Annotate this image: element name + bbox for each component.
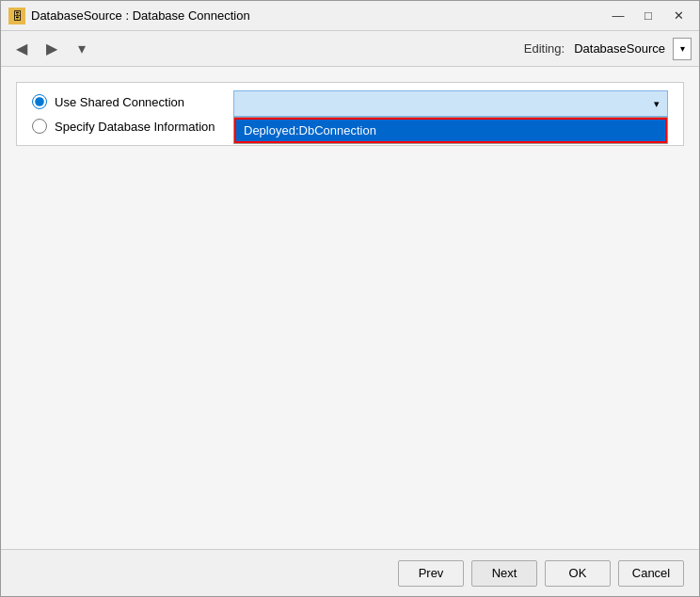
specify-db-label: Specify Database Information bbox=[55, 120, 215, 134]
use-shared-radio[interactable] bbox=[32, 94, 47, 109]
toolbar: ◀ ▶ ▾ Editing: DatabaseSource ▾ bbox=[1, 31, 699, 67]
use-shared-label: Use Shared Connection bbox=[55, 95, 184, 109]
dropdown-chevron-icon: ▾ bbox=[654, 98, 660, 110]
form-panel: Use Shared Connection Specify Database I… bbox=[16, 82, 684, 146]
content-area: Use Shared Connection Specify Database I… bbox=[1, 67, 699, 549]
dropdown-container: ▾ Deployed:DbConnection bbox=[233, 90, 668, 117]
specify-db-radio[interactable] bbox=[32, 119, 47, 134]
forward-dropdown-icon: ▾ bbox=[78, 40, 86, 57]
maximize-button[interactable]: □ bbox=[635, 6, 661, 26]
title-bar: 🗄 DatabaseSource : Database Connection —… bbox=[1, 1, 699, 31]
editing-label: Editing: bbox=[524, 41, 565, 56]
forward-icon: ▶ bbox=[46, 40, 57, 57]
back-icon: ◀ bbox=[16, 40, 27, 57]
next-button[interactable]: Next bbox=[471, 560, 537, 587]
dropdown-option-deployed[interactable]: Deployed:DbConnection bbox=[234, 118, 667, 143]
back-button[interactable]: ◀ bbox=[8, 36, 35, 62]
ok-button[interactable]: OK bbox=[545, 560, 611, 587]
footer: Prev Next OK Cancel bbox=[1, 549, 699, 596]
window-title: DatabaseSource : Database Connection bbox=[31, 8, 605, 23]
editing-value: DatabaseSource bbox=[574, 41, 665, 56]
main-window: 🗄 DatabaseSource : Database Connection —… bbox=[0, 0, 700, 597]
forward-button[interactable]: ▶ bbox=[39, 36, 65, 62]
prev-button[interactable]: Prev bbox=[398, 560, 464, 587]
minimize-button[interactable]: — bbox=[605, 6, 631, 26]
cancel-button[interactable]: Cancel bbox=[618, 560, 684, 587]
forward-dropdown-button[interactable]: ▾ bbox=[69, 36, 95, 62]
dropdown-open-panel: Deployed:DbConnection bbox=[233, 117, 668, 144]
window-controls: — □ ✕ bbox=[605, 6, 692, 26]
dropdown-wrapper: ▾ Deployed:DbConnection bbox=[233, 90, 668, 117]
editing-dropdown[interactable]: ▾ bbox=[673, 38, 692, 60]
window-icon: 🗄 bbox=[8, 8, 25, 24]
close-button[interactable]: ✕ bbox=[665, 6, 692, 26]
